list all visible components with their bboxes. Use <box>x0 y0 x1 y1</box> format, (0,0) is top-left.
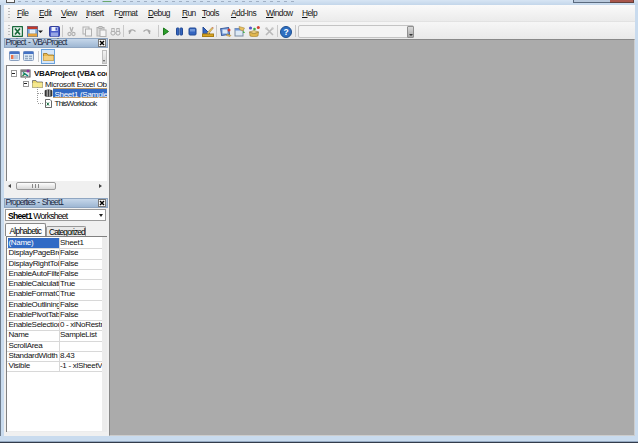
svg-text:?: ? <box>283 27 288 37</box>
